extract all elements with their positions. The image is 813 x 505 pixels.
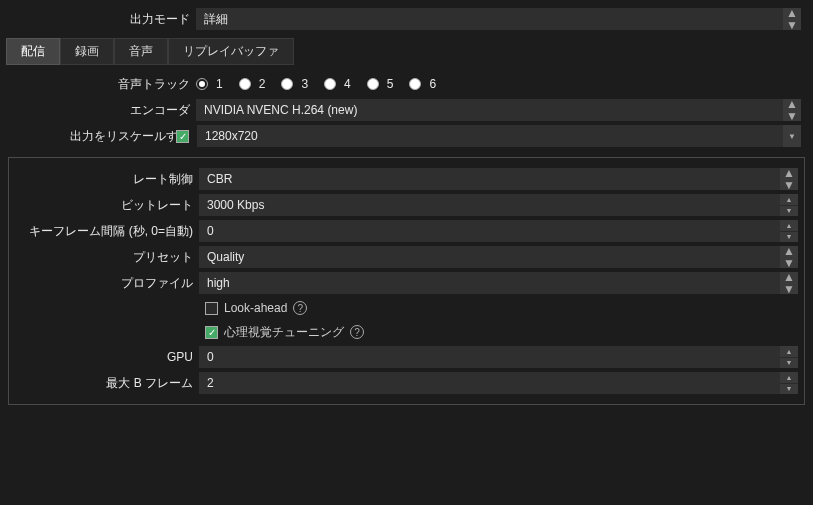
preset-label: プリセット xyxy=(9,249,199,266)
bitrate-label: ビットレート xyxy=(9,197,199,214)
audio-track-1-label: 1 xyxy=(216,77,223,91)
tab-stream[interactable]: 配信 xyxy=(6,38,60,65)
psycho-label: 心理視覚チューニング xyxy=(224,324,344,341)
audio-track-5-radio[interactable] xyxy=(367,78,379,90)
audio-track-6-radio[interactable] xyxy=(409,78,421,90)
bitrate-value: 3000 Kbps xyxy=(207,198,264,212)
updown-icon xyxy=(783,8,801,30)
rescale-label: 出力をリスケールする xyxy=(6,128,196,145)
encoder-settings-box: レート制御 CBR ビットレート 3000 Kbps ▲▼ キーフレーム間隔 (… xyxy=(8,157,805,405)
help-icon[interactable] xyxy=(293,301,307,315)
rescale-checkbox[interactable] xyxy=(176,130,189,143)
chevron-down-icon xyxy=(783,125,801,147)
spinner-icon[interactable]: ▲▼ xyxy=(780,194,798,216)
encoder-label: エンコーダ xyxy=(6,102,196,119)
output-mode-label: 出力モード xyxy=(6,11,196,28)
gpu-label: GPU xyxy=(9,350,199,364)
spinner-icon[interactable]: ▲▼ xyxy=(780,346,798,368)
audio-track-5-label: 5 xyxy=(387,77,394,91)
profile-label: プロファイル xyxy=(9,275,199,292)
audio-track-2-label: 2 xyxy=(259,77,266,91)
audio-track-label: 音声トラック xyxy=(6,76,196,93)
updown-icon xyxy=(780,246,798,268)
keyframe-input[interactable]: 0 ▲▼ xyxy=(199,220,798,242)
audio-track-6-label: 6 xyxy=(429,77,436,91)
rate-control-label: レート制御 xyxy=(9,171,199,188)
encoder-value: NVIDIA NVENC H.264 (new) xyxy=(204,103,357,117)
lookahead-label: Look-ahead xyxy=(224,301,287,315)
updown-icon xyxy=(783,99,801,121)
psycho-checkbox[interactable] xyxy=(205,326,218,339)
tab-audio[interactable]: 音声 xyxy=(114,38,168,65)
tab-replay[interactable]: リプレイバッファ xyxy=(168,38,294,65)
audio-track-group: 1 2 3 4 5 6 xyxy=(196,77,448,91)
rescale-select[interactable]: 1280x720 xyxy=(197,125,801,147)
help-icon[interactable] xyxy=(350,325,364,339)
audio-track-3-radio[interactable] xyxy=(281,78,293,90)
audio-track-1-radio[interactable] xyxy=(196,78,208,90)
gpu-value: 0 xyxy=(207,350,214,364)
tab-record[interactable]: 録画 xyxy=(60,38,114,65)
updown-icon xyxy=(780,272,798,294)
audio-track-3-label: 3 xyxy=(301,77,308,91)
bitrate-input[interactable]: 3000 Kbps ▲▼ xyxy=(199,194,798,216)
bframes-label: 最大 B フレーム xyxy=(9,375,199,392)
audio-track-2-radio[interactable] xyxy=(239,78,251,90)
bframes-input[interactable]: 2 ▲▼ xyxy=(199,372,798,394)
rate-control-select[interactable]: CBR xyxy=(199,168,798,190)
keyframe-label: キーフレーム間隔 (秒, 0=自動) xyxy=(9,223,199,240)
encoder-select[interactable]: NVIDIA NVENC H.264 (new) xyxy=(196,99,801,121)
rescale-value: 1280x720 xyxy=(205,129,258,143)
keyframe-value: 0 xyxy=(207,224,214,238)
audio-track-4-radio[interactable] xyxy=(324,78,336,90)
spinner-icon[interactable]: ▲▼ xyxy=(780,220,798,242)
bframes-value: 2 xyxy=(207,376,214,390)
rate-control-value: CBR xyxy=(207,172,232,186)
profile-select[interactable]: high xyxy=(199,272,798,294)
profile-value: high xyxy=(207,276,230,290)
output-mode-select[interactable]: 詳細 xyxy=(196,8,801,30)
audio-track-4-label: 4 xyxy=(344,77,351,91)
updown-icon xyxy=(780,168,798,190)
lookahead-checkbox[interactable] xyxy=(205,302,218,315)
tab-bar: 配信 録画 音声 リプレイバッファ xyxy=(0,32,813,65)
preset-value: Quality xyxy=(207,250,244,264)
output-mode-value: 詳細 xyxy=(204,11,228,28)
gpu-input[interactable]: 0 ▲▼ xyxy=(199,346,798,368)
preset-select[interactable]: Quality xyxy=(199,246,798,268)
spinner-icon[interactable]: ▲▼ xyxy=(780,372,798,394)
